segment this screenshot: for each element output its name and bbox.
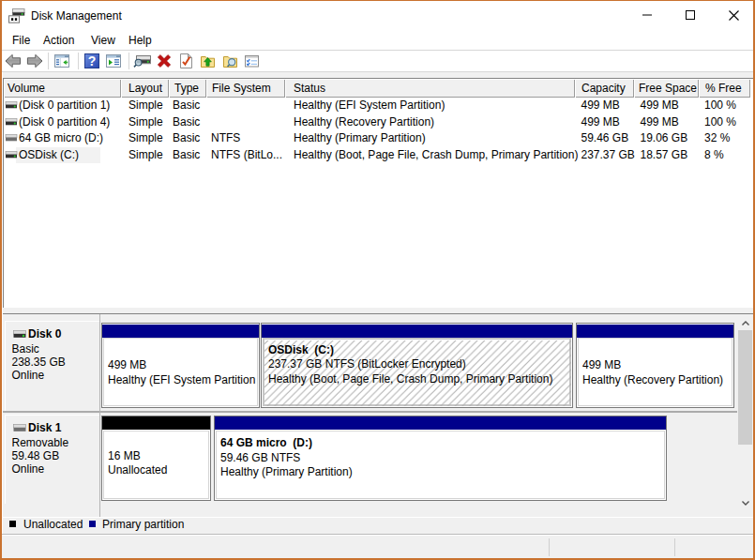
svg-text:?: ? bbox=[88, 53, 97, 68]
